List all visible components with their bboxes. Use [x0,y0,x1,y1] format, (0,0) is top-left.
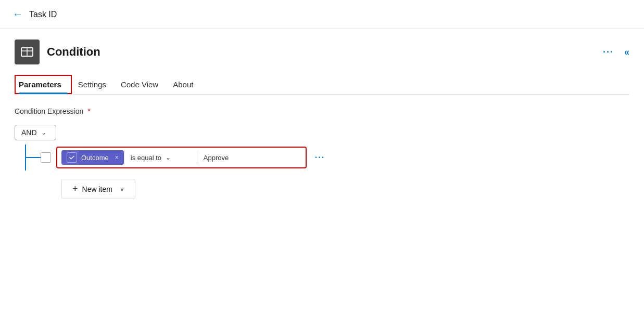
tabs: Parameters Settings Code View About [15,75,629,95]
row-checkbox[interactable] [41,152,51,163]
svg-rect-3 [68,154,75,161]
required-indicator: * [87,107,90,115]
row-more-button[interactable]: ··· [311,151,329,164]
outcome-token: Outcome × [61,150,124,165]
tab-parameters[interactable]: Parameters [15,75,72,94]
operator-chevron-icon: ⌄ [166,154,171,161]
horizontal-line [25,157,41,158]
action-title-group: Condition [15,40,100,64]
new-item-label: New item [82,185,112,193]
action-title: Condition [47,45,100,59]
page-title: Task ID [29,10,57,19]
operator-value: is equal to [131,154,161,162]
condition-row: Outcome × is equal to ⌄ [56,147,307,168]
tree-connector [15,145,41,170]
and-row: AND ⌄ [15,125,629,140]
value-input[interactable] [197,151,301,165]
tab-about[interactable]: About [169,75,204,94]
new-item-button[interactable]: + New item ∨ [61,179,135,199]
action-header-controls: ··· « [599,45,629,60]
and-dropdown[interactable]: AND ⌄ [15,125,56,140]
condition-line: Outcome × is equal to ⌄ ··· [15,145,629,170]
condition-row-wrapper: Outcome × is equal to ⌄ ··· [56,147,329,168]
action-header: Condition ··· « [15,40,629,64]
tab-codeview[interactable]: Code View [117,75,169,94]
condition-icon [20,45,34,59]
token-close-button[interactable]: × [115,154,119,161]
and-chevron-icon: ⌄ [41,129,46,136]
section-label: Condition Expression * [15,107,629,115]
logic-area: AND ⌄ [15,125,629,199]
and-value: AND [21,128,37,137]
top-bar: ← Task ID [0,0,644,29]
tab-settings[interactable]: Settings [74,75,117,94]
main-content: Condition ··· « Parameters Settings Code… [0,29,644,209]
token-label: Outcome [81,154,109,162]
action-more-button[interactable]: ··· [599,45,618,60]
new-item-chevron-icon: ∨ [120,186,124,193]
new-item-plus-icon: + [72,183,78,194]
operator-dropdown[interactable]: is equal to ⌄ [124,151,197,165]
action-icon [15,40,40,64]
back-button[interactable]: ← [12,8,23,20]
collapse-button[interactable]: « [624,47,629,58]
token-icon [67,152,77,163]
new-item-row: + New item ∨ [61,179,629,199]
